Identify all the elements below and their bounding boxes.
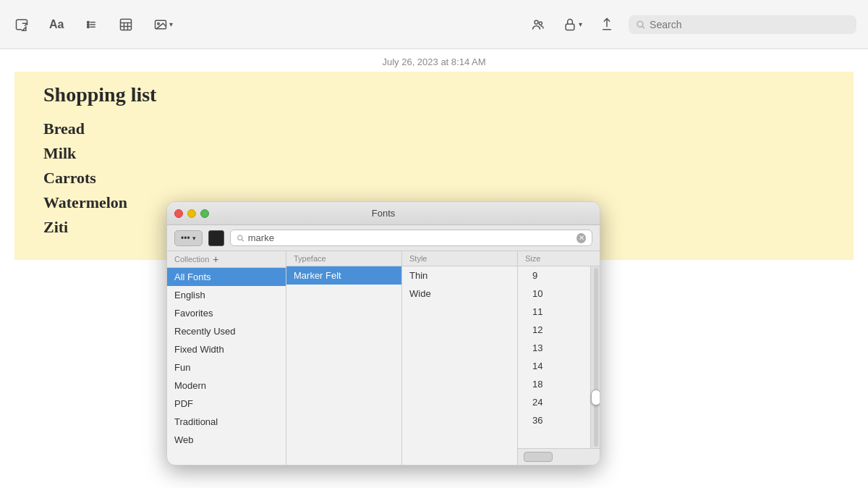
collection-item-traditional[interactable]: Traditional (167, 413, 286, 431)
media-button[interactable]: ▾ (150, 14, 176, 35)
size-track (594, 268, 598, 447)
typeface-item-marker-felt[interactable]: Marker Felt (286, 266, 401, 285)
add-collection-button[interactable]: + (213, 254, 218, 264)
collection-item-pdf[interactable]: PDF (167, 395, 286, 413)
size-column: Size 9 10 11 12 13 14 18 24 36 (518, 251, 600, 465)
fonts-dialog-title: Fonts (372, 208, 396, 219)
window-controls (174, 209, 209, 218)
collection-item-favorites[interactable]: Favorites (167, 304, 286, 322)
size-input[interactable] (524, 452, 553, 462)
toolbar-left: Aa (12, 14, 514, 35)
size-item-11[interactable]: 11 (525, 303, 590, 321)
main-content: July 26, 2023 at 8:14 AM Shopping list B… (0, 49, 868, 488)
maximize-button[interactable] (200, 209, 209, 218)
typeface-column: Typeface Marker Felt (286, 251, 402, 465)
size-item-9[interactable]: 9 (525, 266, 590, 285)
collection-item-all-fonts[interactable]: All Fonts (167, 268, 286, 286)
fonts-titlebar: Fonts (167, 202, 600, 225)
note-date: July 26, 2023 at 8:14 AM (0, 49, 868, 72)
svg-rect-6 (121, 19, 132, 30)
close-button[interactable] (174, 209, 183, 218)
list-item: Carrots (43, 166, 825, 190)
fonts-search-input[interactable] (248, 232, 573, 243)
fonts-dialog: Fonts ••• ▾ ✕ Collection (166, 201, 600, 466)
search-box (629, 15, 856, 34)
size-item-18[interactable]: 18 (525, 375, 590, 393)
style-item-wide[interactable]: Wide (402, 285, 517, 303)
style-column: Style Thin Wide (402, 251, 518, 465)
style-list: Thin Wide (402, 266, 517, 465)
svg-line-18 (642, 26, 644, 28)
lock-button[interactable]: ▾ (560, 14, 585, 35)
collection-item-english[interactable]: English (167, 286, 286, 304)
svg-point-13 (535, 20, 538, 24)
svg-point-14 (539, 22, 542, 25)
color-swatch[interactable] (208, 230, 224, 246)
collection-item-fixed-width[interactable]: Fixed Width (167, 340, 286, 358)
size-item-14[interactable]: 14 (525, 357, 590, 375)
fonts-search-icon (237, 234, 244, 243)
svg-point-0 (88, 21, 90, 23)
svg-rect-16 (566, 24, 574, 30)
collection-list: All Fonts English Favorites Recently Use… (167, 268, 286, 465)
svg-point-12 (158, 22, 160, 25)
size-header: Size (518, 251, 600, 266)
list-item: Bread (43, 117, 825, 141)
share-button[interactable] (597, 14, 617, 35)
search-icon (636, 20, 645, 30)
ellipsis-icon: ••• (181, 233, 190, 243)
list-item: Milk (43, 141, 825, 166)
typeface-list: Marker Felt (286, 266, 401, 465)
list-button[interactable] (81, 14, 101, 35)
toolbar: Aa (0, 0, 868, 49)
toolbar-right: ▾ (528, 14, 856, 35)
svg-point-19 (237, 235, 242, 240)
size-item-24[interactable]: 24 (525, 393, 590, 411)
note-title: Shopping list (43, 83, 825, 106)
table-button[interactable] (116, 14, 136, 35)
size-bottom-bar (518, 448, 600, 465)
svg-point-17 (637, 21, 643, 27)
collab-button[interactable] (528, 14, 548, 35)
minimize-button[interactable] (187, 209, 196, 218)
clear-search-button[interactable]: ✕ (576, 233, 586, 243)
svg-line-20 (242, 239, 244, 241)
collection-item-recently-used[interactable]: Recently Used (167, 322, 286, 340)
size-label: Size (525, 254, 540, 263)
search-input[interactable] (650, 19, 849, 30)
fonts-action-btn[interactable]: ••• ▾ (174, 230, 203, 246)
typeface-label: Typeface (294, 254, 326, 263)
style-item-thin[interactable]: Thin (402, 266, 517, 285)
collection-header: Collection + (167, 251, 286, 268)
collection-item-fun[interactable]: Fun (167, 358, 286, 376)
size-item-36[interactable]: 36 (525, 411, 590, 429)
size-item-12[interactable]: 12 (525, 321, 590, 339)
svg-point-1 (88, 23, 90, 25)
font-button[interactable]: Aa (46, 15, 67, 34)
style-header: Style (402, 251, 517, 266)
collection-column: Collection + All Fonts English Favorites… (167, 251, 286, 465)
fonts-toolbar: ••• ▾ ✕ (167, 225, 600, 251)
size-item-13[interactable]: 13 (525, 339, 590, 357)
style-label: Style (409, 254, 427, 263)
collection-label: Collection (174, 255, 209, 264)
svg-point-2 (88, 26, 90, 28)
collection-item-web[interactable]: Web (167, 431, 286, 449)
size-list: 9 10 11 12 13 14 18 24 36 (518, 266, 590, 448)
collection-item-modern[interactable]: Modern (167, 376, 286, 395)
typeface-header: Typeface (286, 251, 401, 266)
new-note-button[interactable] (12, 14, 32, 35)
chevron-down-icon: ▾ (192, 235, 196, 242)
fonts-search-box: ✕ (230, 230, 592, 246)
size-item-10[interactable]: 10 (525, 285, 590, 303)
size-scrollbar[interactable] (590, 266, 600, 448)
fonts-columns: Collection + All Fonts English Favorites… (167, 251, 600, 465)
size-thumb[interactable] (591, 390, 600, 405)
